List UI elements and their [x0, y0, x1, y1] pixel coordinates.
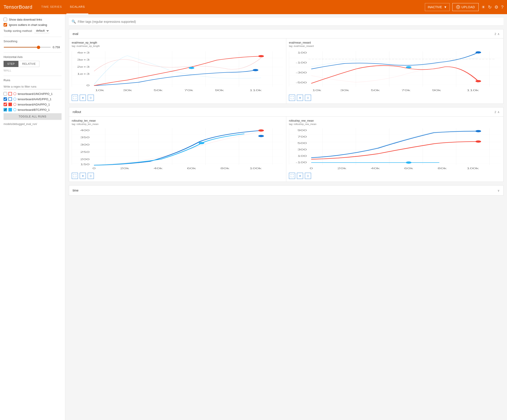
- svg-text:40k: 40k: [371, 167, 380, 170]
- inactive-dropdown[interactable]: INACTIVE ▼: [425, 3, 450, 11]
- run-item-btc[interactable]: tensorboard/BTC/PPO_1: [4, 108, 62, 111]
- rollout-collapse-icon[interactable]: ∧: [498, 110, 500, 114]
- settings-icon[interactable]: ⚙: [494, 4, 498, 10]
- run-item-ada[interactable]: tensorboard/ADA/PPO_1: [4, 103, 62, 106]
- help-icon[interactable]: ?: [501, 5, 503, 10]
- rollout-section: rollout 2 ∧ rollout/ep_len_mean tag: rol…: [69, 107, 503, 182]
- svg-text:200: 200: [80, 158, 90, 161]
- eval-section-count: 2 ∧: [495, 32, 500, 36]
- svg-text:30k: 30k: [123, 89, 132, 92]
- toggle-all-runs-button[interactable]: TOGGLE ALL RUNS: [4, 113, 62, 120]
- ignore-outliers-checkbox[interactable]: [4, 23, 7, 27]
- svg-point-45: [258, 135, 264, 137]
- svg-rect-30: [72, 128, 283, 165]
- run-checkbox-1inch[interactable]: [4, 92, 7, 96]
- rollout-section-count: 2 ∧: [495, 110, 500, 114]
- run-item-1inch[interactable]: tensorboard/1INCH/PPO_1: [4, 92, 62, 96]
- eval-mean-ep-length-title: eval/mean_ep_length: [72, 41, 283, 44]
- nav-scalars[interactable]: SCALARS: [66, 0, 89, 14]
- svg-text:80k: 80k: [220, 167, 230, 170]
- smoothing-value: 0.759: [53, 46, 62, 49]
- svg-text:70k: 70k: [184, 89, 193, 92]
- svg-text:20k: 20k: [120, 167, 129, 170]
- data-download-btn[interactable]: ≡: [80, 95, 86, 101]
- svg-point-27: [476, 80, 481, 82]
- tooltip-sorting-row: Tooltip sorting method: default: [4, 28, 62, 33]
- expand-chart-btn[interactable]: ⛶: [72, 95, 78, 101]
- svg-text:-300: -300: [296, 71, 307, 74]
- run-item-aave[interactable]: tensorboard/AAVE/PPO_1: [4, 97, 62, 101]
- run-checkbox-aave[interactable]: [4, 97, 7, 101]
- eval-ep-length-actions: ⛶ ≡ ⊹: [72, 95, 283, 101]
- filter-bar: 🔍: [69, 18, 503, 26]
- info-circle-icon: ⓘ: [456, 5, 460, 9]
- eval-section-header: eval 2 ∧: [69, 29, 503, 39]
- app-header: TensorBoard TIME SERIES SCALARS INACTIVE…: [0, 0, 507, 14]
- run-checkbox-btc[interactable]: [4, 108, 7, 111]
- rollout-ep-rew-mean-area: 900 700 500 300 100 -100 0 20k 40k 60k 8…: [289, 127, 500, 172]
- run-checkbox-ada[interactable]: [4, 103, 7, 106]
- expand-chart-btn-3[interactable]: ⛶: [72, 173, 78, 179]
- smoothing-label: Smoothing: [4, 40, 62, 43]
- svg-point-26: [476, 51, 481, 54]
- upload-button[interactable]: ⓘ UPLOAD: [452, 3, 479, 11]
- time-expand-icon[interactable]: ∨: [498, 189, 500, 192]
- crosshair-btn[interactable]: ⊹: [88, 95, 94, 101]
- filter-tags-input[interactable]: [78, 20, 501, 23]
- refresh-icon[interactable]: ↻: [488, 4, 492, 10]
- run-label-ada: tensorboard/ADA/PPO_1: [18, 103, 50, 106]
- time-section: time ∨: [69, 185, 503, 195]
- run-circle-ada: [13, 103, 16, 106]
- theme-toggle-icon[interactable]: ☀: [481, 4, 485, 10]
- run-label-1inch: tensorboard/1INCH/PPO_1: [18, 92, 53, 96]
- show-download-row: Show data download links: [4, 18, 62, 21]
- eval-section: eval 2 ∧ eval/mean_ep_length tag: eval/m…: [69, 29, 503, 104]
- svg-text:70k: 70k: [401, 89, 410, 92]
- crosshair-btn-2[interactable]: ⊹: [305, 95, 311, 101]
- rollout-ep-len-mean-chart: rollout/ep_len_mean tag: rollout/ep_len_…: [69, 117, 286, 182]
- svg-text:4e+3: 4e+3: [77, 52, 90, 54]
- data-download-btn-4[interactable]: ≡: [297, 173, 303, 179]
- smoothing-slider[interactable]: [4, 47, 51, 48]
- svg-text:90k: 90k: [215, 89, 224, 92]
- svg-point-43: [258, 129, 264, 131]
- eval-mean-reward-title: eval/mean_reward: [289, 41, 500, 44]
- crosshair-btn-3[interactable]: ⊹: [88, 173, 94, 179]
- smoothing-row: 0.759: [4, 46, 62, 49]
- options-section: Show data download links Ignore outliers…: [4, 18, 62, 33]
- tooltip-sorting-select[interactable]: default: [34, 28, 49, 33]
- expand-chart-btn-2[interactable]: ⛶: [289, 95, 295, 101]
- run-circle-aave: [13, 97, 16, 101]
- svg-text:90k: 90k: [432, 89, 441, 92]
- horizontal-axis-section: Horizontal Axis STEP RELATIVE WALL: [4, 55, 62, 72]
- svg-text:0: 0: [92, 167, 96, 170]
- run-color-1inch: [8, 92, 12, 96]
- svg-text:0: 0: [87, 84, 90, 87]
- nav-time-series[interactable]: TIME SERIES: [38, 0, 65, 14]
- tooltip-sorting-label: Tooltip sorting method:: [4, 29, 33, 33]
- rollout-charts-grid: rollout/ep_len_mean tag: rollout/ep_len_…: [69, 117, 503, 182]
- search-icon: 🔍: [71, 20, 76, 24]
- eval-section-title: eval: [73, 32, 78, 36]
- runs-filter-input[interactable]: [4, 84, 62, 89]
- rollout-ep-rew-actions: ⛶ ≡ ⊹: [289, 173, 500, 179]
- data-download-btn-3[interactable]: ≡: [80, 173, 86, 179]
- axis-wall-label[interactable]: WALL: [4, 69, 62, 72]
- runs-header: Runs: [4, 78, 62, 82]
- show-download-checkbox[interactable]: [4, 18, 7, 21]
- rollout-section-title: rollout: [73, 110, 81, 114]
- crosshair-btn-4[interactable]: ⊹: [305, 173, 311, 179]
- smoothing-section: Smoothing 0.759: [4, 40, 62, 49]
- svg-point-28: [406, 66, 411, 68]
- axis-relative-button[interactable]: RELATIVE: [18, 61, 39, 67]
- time-section-header[interactable]: time ∨: [69, 186, 503, 195]
- axis-step-button[interactable]: STEP: [4, 61, 18, 67]
- expand-chart-btn-4[interactable]: ⛶: [289, 173, 295, 179]
- eval-collapse-icon[interactable]: ∧: [498, 32, 500, 36]
- svg-text:500: 500: [297, 142, 307, 145]
- run-label-aave: tensorboard/AAVE/PPO_1: [18, 97, 51, 101]
- svg-rect-46: [289, 128, 500, 165]
- svg-text:50k: 50k: [371, 89, 380, 92]
- data-download-btn-2[interactable]: ≡: [297, 95, 303, 101]
- rollout-ep-rew-mean-tag: tag: rollout/ep_rew_mean: [289, 123, 500, 125]
